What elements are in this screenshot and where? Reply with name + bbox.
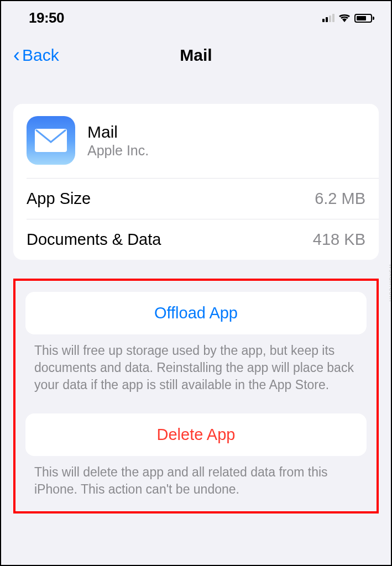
battery-icon	[354, 14, 374, 23]
page-title: Mail	[180, 46, 212, 65]
app-size-value: 6.2 MB	[315, 190, 365, 208]
documents-data-row: Documents & Data 418 KB	[27, 219, 379, 260]
wifi-icon	[338, 12, 351, 24]
status-icons	[322, 12, 374, 24]
mail-app-icon	[27, 116, 75, 165]
app-size-row: App Size 6.2 MB	[27, 178, 379, 219]
back-label: Back	[22, 46, 59, 65]
offload-app-button[interactable]: Offload App	[25, 292, 367, 334]
watermark: wsxdn.com	[388, 264, 392, 302]
status-bar: 19:50	[1, 1, 391, 32]
offload-description: This will free up storage used by the ap…	[25, 334, 367, 394]
app-name: Mail	[87, 123, 149, 142]
documents-data-label: Documents & Data	[27, 230, 161, 249]
highlighted-actions-region: Offload App This will free up storage us…	[13, 279, 379, 513]
app-size-label: App Size	[27, 190, 91, 208]
navigation-bar: ‹ Back Mail	[1, 32, 391, 82]
app-info-card: Mail Apple Inc. App Size 6.2 MB Document…	[13, 104, 379, 260]
chevron-left-icon: ‹	[13, 45, 20, 65]
delete-description: This will delete the app and all related…	[25, 456, 367, 498]
app-header: Mail Apple Inc.	[13, 104, 379, 178]
cellular-signal-icon	[322, 14, 334, 22]
status-time: 19:50	[29, 9, 64, 27]
app-publisher: Apple Inc.	[87, 143, 149, 159]
delete-app-button[interactable]: Delete App	[25, 413, 367, 456]
back-button[interactable]: ‹ Back	[13, 45, 59, 65]
documents-data-value: 418 KB	[313, 230, 365, 249]
